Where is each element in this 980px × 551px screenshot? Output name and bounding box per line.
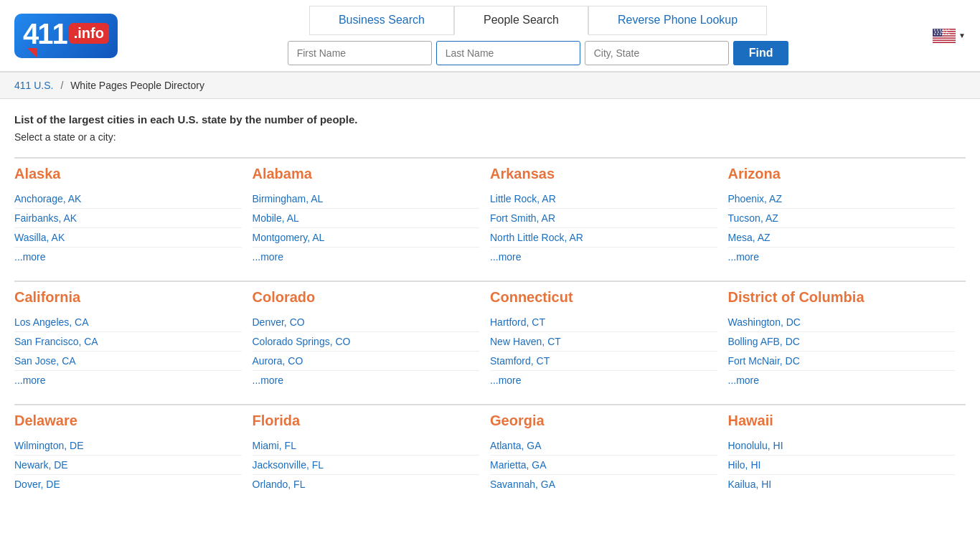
state-name-link[interactable]: Alabama	[253, 166, 480, 182]
more-link[interactable]: ...more	[490, 251, 522, 263]
city-link[interactable]: Birmingham, AL	[253, 193, 324, 204]
city-link[interactable]: New Haven, CT	[490, 336, 561, 347]
city-list: Atlanta, GAMarietta, GASavannah, GA	[490, 436, 717, 494]
city-link[interactable]: North Little Rock, AR	[490, 232, 583, 243]
city-link[interactable]: Hartford, CT	[490, 316, 545, 328]
list-item: ...more	[14, 248, 242, 266]
city-link[interactable]: Savannah, GA	[490, 479, 555, 490]
state-name-link[interactable]: Hawaii	[728, 413, 956, 429]
state-name-link[interactable]: California	[14, 289, 242, 306]
logo-tail	[27, 48, 37, 58]
city-link[interactable]: Fort Smith, AR	[490, 212, 555, 224]
breadcrumb-separator: /	[60, 80, 63, 91]
list-item: New Haven, CT	[490, 332, 717, 352]
more-link[interactable]: ...more	[728, 375, 760, 386]
state-name-link[interactable]: Colorado	[253, 289, 480, 306]
state-section: GeorgiaAtlanta, GAMarietta, GASavannah, …	[490, 404, 728, 501]
more-link[interactable]: ...more	[253, 251, 284, 263]
list-item: Anchorage, AK	[14, 189, 242, 209]
state-section: ArizonaPhoenix, AZTucson, AZMesa, AZ...m…	[728, 157, 966, 273]
city-link[interactable]: Jacksonville, FL	[253, 459, 324, 471]
state-name-link[interactable]: Arizona	[728, 166, 956, 182]
city-link[interactable]: Marietta, GA	[490, 459, 547, 471]
more-link[interactable]: ...more	[14, 375, 46, 386]
city-link[interactable]: Stamford, CT	[490, 355, 550, 367]
city-list: Washington, DCBolling AFB, DCFort McNair…	[728, 313, 956, 390]
city-link[interactable]: Aurora, CO	[253, 355, 303, 367]
city-link[interactable]: Denver, CO	[253, 316, 305, 328]
city-link[interactable]: Kailua, HI	[728, 479, 772, 490]
city-link[interactable]: San Francisco, CA	[14, 336, 98, 347]
list-item: Wasilla, AK	[14, 228, 242, 248]
main-content: List of the largest cities in each U.S. …	[0, 99, 980, 522]
list-item: Atlanta, GA	[490, 436, 717, 456]
list-item: San Francisco, CA	[14, 332, 242, 352]
state-name-link[interactable]: Arkansas	[490, 166, 717, 182]
state-section: HawaiiHonolulu, HIHilo, HIKailua, HI	[728, 404, 966, 501]
city-link[interactable]: Newark, DE	[14, 459, 68, 471]
state-name-link[interactable]: Alaska	[14, 166, 242, 182]
state-name-link[interactable]: Delaware	[14, 413, 242, 429]
city-link[interactable]: Montgomery, AL	[253, 232, 325, 243]
city-link[interactable]: Phoenix, AZ	[728, 193, 783, 204]
state-section: District of ColumbiaWashington, DCBollin…	[728, 281, 966, 397]
state-section: FloridaMiami, FLJacksonville, FLOrlando,…	[253, 404, 491, 501]
city-link[interactable]: Atlanta, GA	[490, 440, 542, 451]
logo-number: 411	[23, 19, 67, 48]
list-item: ...more	[253, 248, 480, 266]
state-name-link[interactable]: Florida	[253, 413, 480, 429]
city-link[interactable]: San Jose, CA	[14, 355, 76, 367]
list-item: ...more	[728, 248, 956, 266]
city-link[interactable]: Tucson, AZ	[728, 212, 778, 224]
header: 411 . info Business Search People Search…	[0, 0, 980, 72]
list-item: Los Angeles, CA	[14, 313, 242, 332]
list-item: ...more	[253, 371, 480, 390]
breadcrumb-home[interactable]: 411 U.S.	[14, 80, 53, 91]
city-link[interactable]: Mesa, AZ	[728, 232, 771, 243]
more-link[interactable]: ...more	[728, 251, 760, 263]
city-link[interactable]: Bolling AFB, DC	[728, 336, 800, 347]
city-link[interactable]: Mobile, AL	[253, 212, 299, 224]
city-link[interactable]: Orlando, FL	[253, 479, 306, 490]
state-name-link[interactable]: District of Columbia	[728, 289, 956, 306]
city-list: Wilmington, DENewark, DEDover, DE	[14, 436, 242, 494]
list-item: Mobile, AL	[253, 209, 480, 228]
city-link[interactable]: Dover, DE	[14, 479, 60, 490]
city-list: Denver, COColorado Springs, COAurora, CO…	[253, 313, 480, 390]
city-link[interactable]: Los Angeles, CA	[14, 316, 89, 328]
state-name-link[interactable]: Connecticut	[490, 289, 717, 306]
list-item: San Jose, CA	[14, 352, 242, 371]
city-link[interactable]: Anchorage, AK	[14, 193, 81, 204]
city-link[interactable]: Fort McNair, DC	[728, 355, 800, 367]
list-item: Birmingham, AL	[253, 189, 480, 209]
chevron-down-icon: ▼	[958, 32, 966, 39]
city-link[interactable]: Little Rock, AR	[490, 193, 556, 204]
state-section: CaliforniaLos Angeles, CASan Francisco, …	[14, 281, 253, 397]
tab-business-search[interactable]: Business Search	[309, 6, 454, 35]
city-link[interactable]: Fairbanks, AK	[14, 212, 77, 224]
list-item: Little Rock, AR	[490, 189, 717, 209]
tab-reverse-phone[interactable]: Reverse Phone Lookup	[588, 6, 767, 35]
state-name-link[interactable]: Georgia	[490, 413, 717, 429]
logo-badge: . info	[69, 23, 109, 44]
city-state-input[interactable]	[585, 41, 729, 65]
language-selector[interactable]: ★★★★★★ ★★★★★ ★★★★★★ ▼	[933, 29, 966, 43]
list-item: ...more	[14, 371, 242, 390]
city-link[interactable]: Wasilla, AK	[14, 232, 65, 243]
first-name-input[interactable]	[288, 41, 432, 65]
city-link[interactable]: Wilmington, DE	[14, 440, 83, 451]
list-item: Hartford, CT	[490, 313, 717, 332]
find-button[interactable]: Find	[733, 41, 789, 65]
svg-text:★★★★★★: ★★★★★★	[933, 33, 951, 36]
city-link[interactable]: Colorado Springs, CO	[253, 336, 351, 347]
state-section: AlaskaAnchorage, AKFairbanks, AKWasilla,…	[14, 157, 253, 273]
city-link[interactable]: Honolulu, HI	[728, 440, 783, 451]
city-link[interactable]: Washington, DC	[728, 316, 801, 328]
more-link[interactable]: ...more	[490, 375, 522, 386]
city-link[interactable]: Hilo, HI	[728, 459, 761, 471]
more-link[interactable]: ...more	[14, 251, 46, 263]
last-name-input[interactable]	[436, 41, 580, 65]
city-link[interactable]: Miami, FL	[253, 440, 296, 451]
more-link[interactable]: ...more	[253, 375, 284, 386]
tab-people-search[interactable]: People Search	[454, 6, 588, 35]
